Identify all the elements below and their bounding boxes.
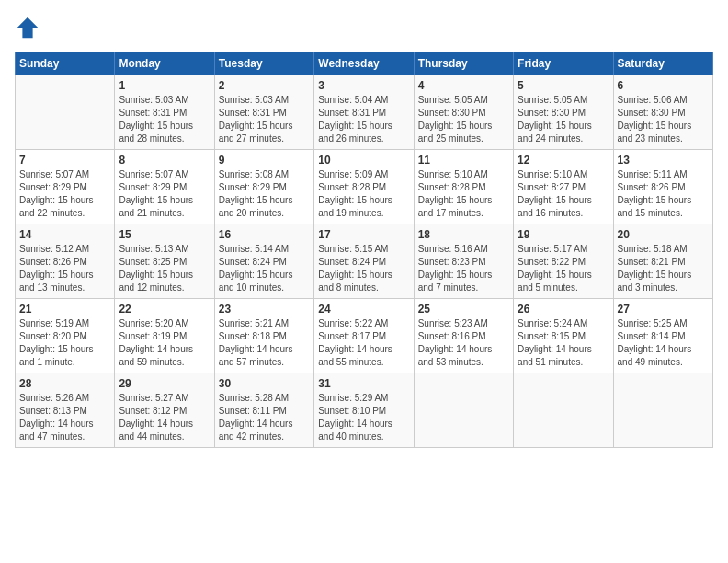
calendar-cell: 8Sunrise: 5:07 AM Sunset: 8:29 PM Daylig…: [115, 150, 214, 224]
day-info: Sunrise: 5:17 AM Sunset: 8:22 PM Dayligh…: [518, 243, 609, 294]
calendar-cell: 29Sunrise: 5:27 AM Sunset: 8:12 PM Dayli…: [115, 373, 214, 448]
day-number: 26: [518, 303, 609, 316]
header-wednesday: Wednesday: [314, 52, 414, 75]
calendar-cell: 31Sunrise: 5:29 AM Sunset: 8:10 PM Dayli…: [314, 373, 414, 448]
day-info: Sunrise: 5:04 AM Sunset: 8:31 PM Dayligh…: [318, 94, 409, 145]
day-info: Sunrise: 5:10 AM Sunset: 8:28 PM Dayligh…: [418, 168, 509, 220]
calendar-cell: 16Sunrise: 5:14 AM Sunset: 8:24 PM Dayli…: [214, 224, 313, 299]
calendar-cell: 30Sunrise: 5:28 AM Sunset: 8:11 PM Dayli…: [214, 373, 313, 448]
calendar-cell: 13Sunrise: 5:11 AM Sunset: 8:26 PM Dayli…: [613, 150, 712, 224]
day-info: Sunrise: 5:07 AM Sunset: 8:29 PM Dayligh…: [19, 168, 110, 220]
calendar-cell: [414, 373, 513, 448]
day-info: Sunrise: 5:06 AM Sunset: 8:30 PM Dayligh…: [618, 94, 709, 145]
calendar-cell: [16, 75, 115, 150]
day-info: Sunrise: 5:05 AM Sunset: 8:30 PM Dayligh…: [518, 94, 609, 145]
calendar-cell: 1Sunrise: 5:03 AM Sunset: 8:31 PM Daylig…: [115, 75, 214, 150]
calendar-cell: 2Sunrise: 5:03 AM Sunset: 8:31 PM Daylig…: [214, 75, 313, 150]
day-info: Sunrise: 5:28 AM Sunset: 8:11 PM Dayligh…: [219, 392, 310, 443]
calendar-cell: 3Sunrise: 5:04 AM Sunset: 8:31 PM Daylig…: [314, 75, 414, 150]
calendar-cell: 14Sunrise: 5:12 AM Sunset: 8:26 PM Dayli…: [16, 224, 115, 299]
calendar-week-3: 14Sunrise: 5:12 AM Sunset: 8:26 PM Dayli…: [16, 224, 713, 299]
calendar-cell: 26Sunrise: 5:24 AM Sunset: 8:15 PM Dayli…: [514, 299, 613, 373]
day-number: 4: [418, 79, 509, 92]
day-info: Sunrise: 5:03 AM Sunset: 8:31 PM Dayligh…: [119, 94, 210, 145]
day-info: Sunrise: 5:05 AM Sunset: 8:30 PM Dayligh…: [418, 94, 509, 145]
day-number: 11: [418, 154, 509, 167]
calendar-cell: 5Sunrise: 5:05 AM Sunset: 8:30 PM Daylig…: [514, 75, 613, 150]
calendar-header-row: SundayMondayTuesdayWednesdayThursdayFrid…: [16, 52, 713, 75]
calendar-week-4: 21Sunrise: 5:19 AM Sunset: 8:20 PM Dayli…: [16, 299, 713, 373]
day-info: Sunrise: 5:09 AM Sunset: 8:28 PM Dayligh…: [318, 168, 409, 220]
day-info: Sunrise: 5:19 AM Sunset: 8:20 PM Dayligh…: [19, 317, 110, 369]
day-number: 28: [19, 377, 110, 390]
day-info: Sunrise: 5:16 AM Sunset: 8:23 PM Dayligh…: [418, 243, 509, 294]
day-info: Sunrise: 5:08 AM Sunset: 8:29 PM Dayligh…: [219, 168, 310, 220]
calendar-cell: [514, 373, 613, 448]
day-info: Sunrise: 5:29 AM Sunset: 8:10 PM Dayligh…: [318, 392, 409, 443]
calendar-table: SundayMondayTuesdayWednesdayThursdayFrid…: [15, 52, 713, 448]
day-number: 16: [219, 228, 310, 241]
calendar-cell: 11Sunrise: 5:10 AM Sunset: 8:28 PM Dayli…: [414, 150, 513, 224]
day-info: Sunrise: 5:12 AM Sunset: 8:26 PM Dayligh…: [19, 243, 110, 294]
calendar-cell: 28Sunrise: 5:26 AM Sunset: 8:13 PM Dayli…: [16, 373, 115, 448]
day-number: 25: [418, 303, 509, 316]
calendar-cell: 23Sunrise: 5:21 AM Sunset: 8:18 PM Dayli…: [214, 299, 313, 373]
day-number: 5: [518, 79, 609, 92]
day-number: 18: [418, 228, 509, 241]
calendar-cell: 27Sunrise: 5:25 AM Sunset: 8:14 PM Dayli…: [613, 299, 712, 373]
day-number: 27: [618, 303, 709, 316]
calendar-week-2: 7Sunrise: 5:07 AM Sunset: 8:29 PM Daylig…: [16, 150, 713, 224]
calendar-week-1: 1Sunrise: 5:03 AM Sunset: 8:31 PM Daylig…: [16, 75, 713, 150]
day-info: Sunrise: 5:25 AM Sunset: 8:14 PM Dayligh…: [618, 317, 709, 369]
day-number: 19: [518, 228, 609, 241]
calendar-cell: 9Sunrise: 5:08 AM Sunset: 8:29 PM Daylig…: [214, 150, 313, 224]
day-number: 12: [518, 154, 609, 167]
header-monday: Monday: [115, 52, 214, 75]
day-number: 17: [318, 228, 409, 241]
day-number: 8: [119, 154, 210, 167]
day-info: Sunrise: 5:24 AM Sunset: 8:15 PM Dayligh…: [518, 317, 609, 369]
day-info: Sunrise: 5:15 AM Sunset: 8:24 PM Dayligh…: [318, 243, 409, 294]
day-number: 10: [318, 154, 409, 167]
day-info: Sunrise: 5:03 AM Sunset: 8:31 PM Dayligh…: [219, 94, 310, 145]
calendar-cell: 24Sunrise: 5:22 AM Sunset: 8:17 PM Dayli…: [314, 299, 414, 373]
calendar-cell: 21Sunrise: 5:19 AM Sunset: 8:20 PM Dayli…: [16, 299, 115, 373]
day-info: Sunrise: 5:20 AM Sunset: 8:19 PM Dayligh…: [119, 317, 210, 369]
day-info: Sunrise: 5:23 AM Sunset: 8:16 PM Dayligh…: [418, 317, 509, 369]
calendar-cell: 6Sunrise: 5:06 AM Sunset: 8:30 PM Daylig…: [613, 75, 712, 150]
day-number: 2: [219, 79, 310, 92]
calendar-cell: [613, 373, 712, 448]
logo-icon: [15, 15, 40, 40]
day-info: Sunrise: 5:11 AM Sunset: 8:26 PM Dayligh…: [618, 168, 709, 220]
day-number: 23: [219, 303, 310, 316]
day-number: 24: [318, 303, 409, 316]
day-info: Sunrise: 5:14 AM Sunset: 8:24 PM Dayligh…: [219, 243, 310, 294]
svg-marker-0: [17, 17, 38, 38]
day-number: 13: [618, 154, 709, 167]
header-thursday: Thursday: [414, 52, 513, 75]
header-saturday: Saturday: [613, 52, 712, 75]
day-number: 14: [19, 228, 110, 241]
day-info: Sunrise: 5:22 AM Sunset: 8:17 PM Dayligh…: [318, 317, 409, 369]
calendar-cell: 19Sunrise: 5:17 AM Sunset: 8:22 PM Dayli…: [514, 224, 613, 299]
header-sunday: Sunday: [16, 52, 115, 75]
page-header: [15, 15, 713, 40]
header-friday: Friday: [514, 52, 613, 75]
calendar-cell: 22Sunrise: 5:20 AM Sunset: 8:19 PM Dayli…: [115, 299, 214, 373]
day-number: 21: [19, 303, 110, 316]
day-info: Sunrise: 5:13 AM Sunset: 8:25 PM Dayligh…: [119, 243, 210, 294]
day-number: 15: [119, 228, 210, 241]
header-tuesday: Tuesday: [214, 52, 313, 75]
day-number: 1: [119, 79, 210, 92]
day-number: 22: [119, 303, 210, 316]
day-info: Sunrise: 5:27 AM Sunset: 8:12 PM Dayligh…: [119, 392, 210, 443]
calendar-cell: 25Sunrise: 5:23 AM Sunset: 8:16 PM Dayli…: [414, 299, 513, 373]
calendar-cell: 18Sunrise: 5:16 AM Sunset: 8:23 PM Dayli…: [414, 224, 513, 299]
calendar-cell: 17Sunrise: 5:15 AM Sunset: 8:24 PM Dayli…: [314, 224, 414, 299]
calendar-cell: 12Sunrise: 5:10 AM Sunset: 8:27 PM Dayli…: [514, 150, 613, 224]
calendar-cell: 7Sunrise: 5:07 AM Sunset: 8:29 PM Daylig…: [16, 150, 115, 224]
day-info: Sunrise: 5:07 AM Sunset: 8:29 PM Dayligh…: [119, 168, 210, 220]
day-number: 31: [318, 377, 409, 390]
day-number: 9: [219, 154, 310, 167]
day-info: Sunrise: 5:21 AM Sunset: 8:18 PM Dayligh…: [219, 317, 310, 369]
